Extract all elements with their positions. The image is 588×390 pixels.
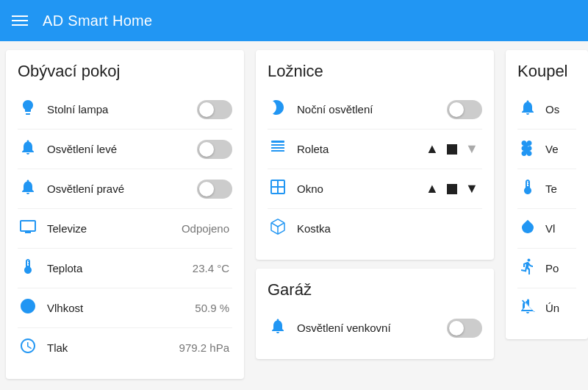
roleta-label: Roleta [297,143,413,155]
televize-value: Odpojeno [182,222,229,235]
tlak-value: 979.2 hPa [179,341,229,354]
bell-off-icon [517,297,538,319]
app-header: AD Smart Home [0,0,588,41]
thermometer-icon [18,258,38,279]
cube-icon [268,218,288,239]
hamburger-icon [12,15,28,26]
living-room-column: Obývací pokoj Stolní lampa Osvětlení lev… [0,41,250,390]
device-row-stolni-lampa: Stolní lampa [18,90,232,130]
svg-rect-3 [271,150,284,152]
roleta-stop-button[interactable] [447,144,457,155]
svg-rect-0 [271,141,284,143]
bathroom-ventilator-label: Ve [545,143,559,155]
bell-icon-leve [18,138,38,160]
bathroom-row-pohyb: Po [517,249,576,288]
pressure-icon [18,337,38,358]
osvetleni-leve-toggle[interactable] [197,140,232,159]
osvetleni-venkovni-label: Osvětlení venkovní [297,322,438,334]
bathroom-pohyb-label: Po [545,262,559,274]
bathroom-vlhkost-label: Vl [545,222,555,235]
living-room-card: Obývací pokoj Stolní lampa Osvětlení lev… [6,50,244,379]
device-row-televize: Televize Odpojeno [18,209,232,249]
bathroom-thermometer-icon [517,178,538,199]
vlhkost-value: 50.9 % [195,302,229,314]
garage-title: Garáž [268,280,482,299]
vlhkost-label: Vlhkost [47,302,186,314]
lamp-icon [18,99,38,120]
osvetleni-venkovni-toggle[interactable] [447,319,482,338]
okno-down-button[interactable]: ▼ [462,179,482,199]
bedroom-title: Ložnice [268,62,482,81]
window-icon [268,178,288,199]
tlak-label: Tlak [47,341,171,354]
stolni-lampa-toggle[interactable] [197,100,232,119]
blind-icon [268,138,288,160]
menu-button[interactable] [12,15,28,26]
okno-controls: ▲ ▼ [422,179,482,199]
fan-icon [517,138,538,160]
bathroom-column: Koupel Os Ve Te [500,41,588,390]
living-room-title: Obývací pokoj [18,62,232,81]
osvetleni-prave-label: Osvětlení pravé [47,182,188,195]
bathroom-teplota-label: Te [545,182,557,195]
device-row-teplota: Teplota 23.4 °C [18,249,232,288]
moon-icon [268,99,288,120]
bathroom-row-unnamed: Ún [517,288,576,327]
nocni-osvetleni-label: Noční osvětlení [297,103,438,116]
device-row-osvetleni-leve: Osvětlení levé [18,130,232,169]
bedroom-card: Ložnice Noční osvětlení Roleta [256,50,494,260]
garage-card: Garáž Osvětlení venkovní [256,269,494,359]
stolni-lampa-label: Stolní lampa [47,103,188,116]
bathroom-bell-icon [517,99,538,120]
osvetleni-leve-label: Osvětlení levé [47,143,188,155]
outdoor-light-icon [268,317,288,338]
app-title: AD Smart Home [43,13,153,29]
bathroom-humidity-icon [517,218,538,239]
tv-icon [18,218,38,239]
svg-rect-2 [271,147,284,149]
device-row-okno: Okno ▲ ▼ [268,169,482,209]
humidity-icon [18,297,38,319]
bell-icon-prave [18,178,38,199]
bathroom-row-ventilator: Ve [517,130,576,169]
person-icon [517,258,538,279]
nocni-osvetleni-toggle[interactable] [447,100,482,119]
roleta-down-button[interactable]: ▼ [462,139,482,160]
middle-column: Ložnice Noční osvětlení Roleta [250,41,500,390]
device-row-kostka: Kostka [268,209,482,248]
televize-label: Televize [47,222,173,235]
okno-label: Okno [297,182,413,195]
device-row-roleta: Roleta ▲ ▼ [268,130,482,169]
svg-rect-1 [271,144,284,146]
device-row-vlhkost: Vlhkost 50.9 % [18,288,232,328]
roleta-controls: ▲ ▼ [422,139,482,160]
teplota-label: Teplota [47,262,184,274]
bathroom-card: Koupel Os Ve Te [506,50,588,339]
main-content: Obývací pokoj Stolní lampa Osvětlení lev… [0,41,588,390]
bathroom-row-vlhkost: Vl [517,209,576,249]
bathroom-row-teplota: Te [517,169,576,209]
okno-up-button[interactable]: ▲ [422,179,442,199]
teplota-value: 23.4 °C [193,262,229,274]
okno-stop-button[interactable] [447,184,457,194]
bathroom-title: Koupel [517,62,576,81]
device-row-tlak: Tlak 979.2 hPa [18,328,232,367]
device-row-nocni-osvetleni: Noční osvětlení [268,90,482,130]
device-row-osvetleni-venkovni: Osvětlení venkovní [268,308,482,347]
bathroom-unnamed-label: Ún [545,302,559,314]
kostka-label: Kostka [297,222,482,235]
bathroom-row-osvetleni: Os [517,90,576,130]
bathroom-osvetleni-label: Os [545,103,559,116]
osvetleni-prave-toggle[interactable] [197,180,232,199]
roleta-up-button[interactable]: ▲ [422,139,442,160]
device-row-osvetleni-prave: Osvětlení pravé [18,169,232,209]
